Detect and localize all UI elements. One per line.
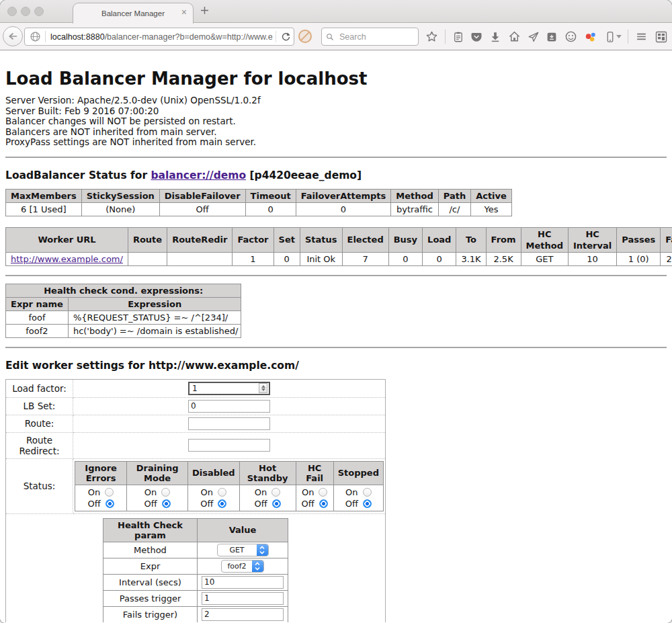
- route-input[interactable]: [188, 417, 270, 430]
- status-disabled-off-radio[interactable]: [218, 499, 226, 508]
- table-row: foof2hc('body') =~ /domain is establishe…: [6, 324, 241, 337]
- back-button[interactable]: [3, 26, 23, 46]
- cell: [128, 252, 167, 265]
- status-ignore-errors-off-radio[interactable]: [106, 499, 114, 508]
- radio-label: Off: [144, 499, 157, 509]
- bookmark-star-button[interactable]: [425, 30, 438, 43]
- form-row: Route Redirect:: [6, 432, 386, 458]
- feedback-button[interactable]: [564, 30, 577, 43]
- status-hot-standby-on-radio[interactable]: [271, 488, 280, 497]
- search-input[interactable]: [338, 32, 414, 42]
- worker-url-link[interactable]: http://www.example.com/: [11, 254, 123, 264]
- window-minimize-button[interactable]: [21, 7, 30, 16]
- radio-line: Off: [338, 498, 379, 509]
- tab-groups-button[interactable]: [655, 30, 668, 44]
- status-column-header: Disabled: [187, 461, 239, 485]
- radio-line: On: [192, 487, 235, 498]
- column-header: DisableFailover: [159, 189, 245, 202]
- downloads-button[interactable]: [489, 31, 501, 43]
- url-divider: [45, 31, 46, 42]
- route-redirect-input[interactable]: [188, 439, 270, 452]
- cell: (None): [81, 202, 159, 216]
- status-ignore-errors-on-radio[interactable]: [105, 488, 114, 497]
- radio-label: On: [302, 487, 314, 497]
- status-hot-standby-off-radio[interactable]: [272, 499, 281, 508]
- radio-label: Off: [255, 499, 267, 509]
- status-draining-mode-off-radio[interactable]: [162, 499, 171, 508]
- status-hc-fail-on-radio[interactable]: [319, 488, 327, 497]
- download-square-icon: [546, 31, 558, 43]
- table-row: Expr foof2: [103, 558, 288, 574]
- menu-button[interactable]: [635, 30, 648, 43]
- table-row: Passes trigger: [103, 590, 288, 606]
- status-stopped-on-radio[interactable]: [363, 488, 372, 497]
- passes-trigger-input[interactable]: [202, 592, 284, 605]
- expr-select[interactable]: foof2: [221, 560, 263, 573]
- status-radio-cell: OnOff: [187, 485, 239, 511]
- select-stepper-icon: [257, 544, 268, 556]
- reload-button[interactable]: [276, 31, 291, 42]
- status-radio-cell: OnOff: [239, 485, 296, 511]
- tab-balancer-manager[interactable]: Balancer Manager ×: [73, 3, 194, 24]
- share-button[interactable]: [528, 31, 540, 43]
- form-row: Load factor: 1: [6, 379, 386, 397]
- cell: /c/: [438, 202, 470, 216]
- hc-value-header: Value: [198, 518, 288, 542]
- search-bar[interactable]: [321, 28, 419, 46]
- column-header: Load: [423, 227, 456, 252]
- download-panel-button[interactable]: [546, 31, 558, 43]
- table-row: OnOffOnOffOnOffOnOffOnOffOnOff: [75, 485, 384, 511]
- column-header: Expr name: [6, 297, 69, 310]
- server-info-line: Server Built: Feb 9 2016 07:00:20: [5, 106, 667, 117]
- pocket-button[interactable]: [470, 31, 482, 43]
- lb-set-input[interactable]: [188, 400, 270, 413]
- window-close-button[interactable]: [7, 7, 17, 16]
- tab-close-icon[interactable]: ×: [181, 7, 187, 17]
- column-header: StickySession: [81, 189, 159, 202]
- cell: 0: [423, 252, 456, 265]
- server-info: Server Version: Apache/2.5.0-dev (Unix) …: [5, 95, 667, 148]
- device-sync-button[interactable]: [604, 31, 622, 43]
- reading-list-button[interactable]: [452, 31, 464, 43]
- cell: Init Ok: [300, 252, 342, 265]
- radio-label: Off: [200, 499, 213, 509]
- column-header: Passes: [617, 227, 661, 252]
- radio-label: On: [88, 487, 100, 497]
- interval-input[interactable]: [202, 576, 284, 589]
- balancer-demo-link[interactable]: balancer://demo: [151, 169, 246, 181]
- method-select[interactable]: GET: [217, 544, 269, 556]
- window-zoom-button[interactable]: [34, 7, 44, 16]
- tab-bar: Balancer Manager ×: [0, 0, 672, 23]
- radio-label: Off: [302, 499, 314, 509]
- column-header: Timeout: [245, 189, 296, 202]
- hello-button[interactable]: [584, 30, 597, 44]
- cell: 0: [296, 202, 391, 216]
- new-tab-button[interactable]: [200, 6, 209, 15]
- status-column-header: HC Fail: [296, 461, 333, 485]
- status-stopped-off-radio[interactable]: [363, 499, 372, 508]
- expr-value-cell: %{REQUEST_STATUS} =~ /^[234]/: [68, 310, 241, 324]
- edit-worker-form: Load factor: 1 LB Set: Route:: [5, 379, 386, 623]
- status-draining-mode-on-radio[interactable]: [161, 488, 170, 497]
- clipboard-icon: [452, 31, 464, 43]
- fails-trigger-input[interactable]: [202, 608, 284, 621]
- status-disabled-on-radio[interactable]: [218, 488, 226, 497]
- plugin-blocked-icon[interactable]: [298, 30, 312, 43]
- form-row: Route:: [6, 415, 386, 432]
- heading-prefix: LoadBalancer Status for: [5, 169, 151, 181]
- status-hc-fail-off-radio[interactable]: [319, 499, 328, 508]
- expr-select-value: foof2: [222, 560, 251, 572]
- cell: 10: [568, 252, 616, 265]
- radio-label: On: [201, 487, 213, 497]
- cell: 3.1K: [456, 252, 486, 265]
- column-header: Route: [128, 227, 167, 252]
- window-controls: [7, 7, 44, 16]
- home-button[interactable]: [508, 30, 521, 43]
- number-spinner-icon[interactable]: [259, 383, 267, 393]
- radio-line: On: [300, 487, 329, 498]
- column-header: Active: [471, 189, 512, 202]
- table-header-row: Health Check param Value: [103, 518, 288, 542]
- load-factor-input[interactable]: 1: [188, 382, 270, 395]
- url-bar[interactable]: localhost:8880/balancer-manager?b=demo&w…: [24, 28, 294, 46]
- radio-line: Off: [131, 498, 183, 509]
